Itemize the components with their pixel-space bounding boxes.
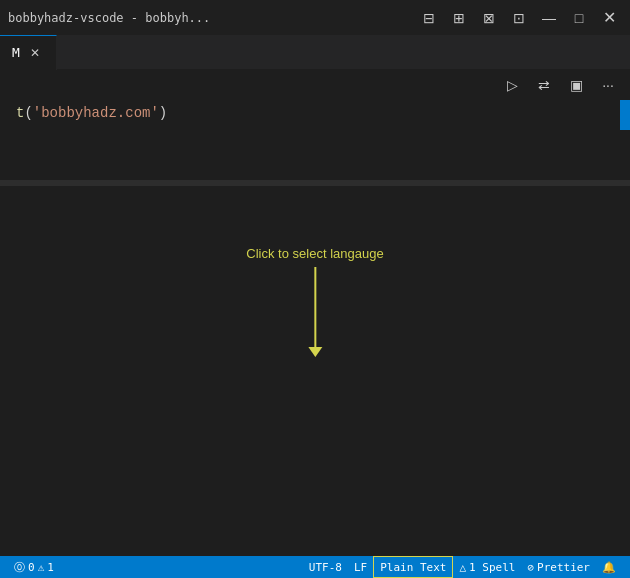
run-button[interactable]: ▷: [498, 73, 526, 97]
annotation-arrow: [308, 267, 322, 357]
annotation-text: Click to select langauge: [246, 246, 383, 261]
layout-icon-1[interactable]: ⊟: [416, 5, 442, 31]
annotation-container: Click to select langauge: [246, 246, 383, 357]
code-string: 'bobbyhadz.com': [33, 105, 159, 121]
title-bar-controls: ⊟ ⊞ ⊠ ⊡ — □ ✕: [416, 5, 622, 31]
title-bar-left: bobbyhadz-vscode - bobbyh...: [8, 11, 210, 25]
code-line-1: t('bobbyhadz.com'): [0, 100, 630, 126]
scrollbar-right[interactable]: [620, 100, 630, 180]
status-errors[interactable]: ⓪ 0 ⚠ 1: [8, 556, 60, 578]
encoding-label: UTF-8: [309, 561, 342, 574]
language-label: Plain Text: [380, 561, 446, 574]
status-language[interactable]: Plain Text: [373, 556, 453, 578]
prettier-icon: ⊘: [527, 561, 534, 574]
status-right-group: UTF-8 LF Plain Text △ 1 Spell ⊘ Prettier…: [303, 556, 622, 578]
arrow-head: [308, 347, 322, 357]
code-paren-open: (: [24, 105, 32, 121]
upper-editor-pane: t('bobbyhadz.com'): [0, 100, 630, 180]
line-ending-label: LF: [354, 561, 367, 574]
status-spell[interactable]: △ 1 Spell: [453, 556, 521, 578]
more-actions-button[interactable]: ···: [594, 73, 622, 97]
spell-icon: △: [459, 561, 466, 574]
bell-icon: 🔔: [602, 561, 616, 574]
window-title: bobbyhadz-vscode - bobbyh...: [8, 11, 210, 25]
status-line-ending[interactable]: LF: [348, 556, 373, 578]
tab-bar: M ✕: [0, 35, 630, 70]
layout-icon-3[interactable]: ⊠: [476, 5, 502, 31]
active-tab[interactable]: M ✕: [0, 35, 57, 70]
code-paren-close: ): [159, 105, 167, 121]
layout-toggle-button[interactable]: ▣: [562, 73, 590, 97]
layout-icon-2[interactable]: ⊞: [446, 5, 472, 31]
tab-label: M: [12, 45, 20, 60]
status-encoding[interactable]: UTF-8: [303, 556, 348, 578]
prettier-label: Prettier: [537, 561, 590, 574]
minimize-button[interactable]: —: [536, 5, 562, 31]
tab-close-button[interactable]: ✕: [26, 44, 44, 62]
title-bar: bobbyhadz-vscode - bobbyh... ⊟ ⊞ ⊠ ⊡ — □…: [0, 0, 630, 35]
close-button[interactable]: ✕: [596, 5, 622, 31]
warning-count: 1: [47, 561, 54, 574]
branch-icon-button[interactable]: ⇄: [530, 73, 558, 97]
lower-editor-pane: Click to select langauge: [0, 186, 630, 556]
editor-toolbar: ▷ ⇄ ▣ ···: [0, 70, 630, 100]
status-bar: ⓪ 0 ⚠ 1 UTF-8 LF Plain Text △ 1 Spell ⊘ …: [0, 556, 630, 578]
status-prettier[interactable]: ⊘ Prettier: [521, 556, 596, 578]
maximize-button[interactable]: □: [566, 5, 592, 31]
status-bell[interactable]: 🔔: [596, 556, 622, 578]
error-count: 0: [28, 561, 35, 574]
error-icon: ⓪: [14, 560, 25, 575]
scrollbar-thumb: [620, 100, 630, 130]
spell-label: 1 Spell: [469, 561, 515, 574]
arrow-line: [314, 267, 316, 347]
warning-icon: ⚠: [38, 561, 45, 574]
layout-icon-4[interactable]: ⊡: [506, 5, 532, 31]
